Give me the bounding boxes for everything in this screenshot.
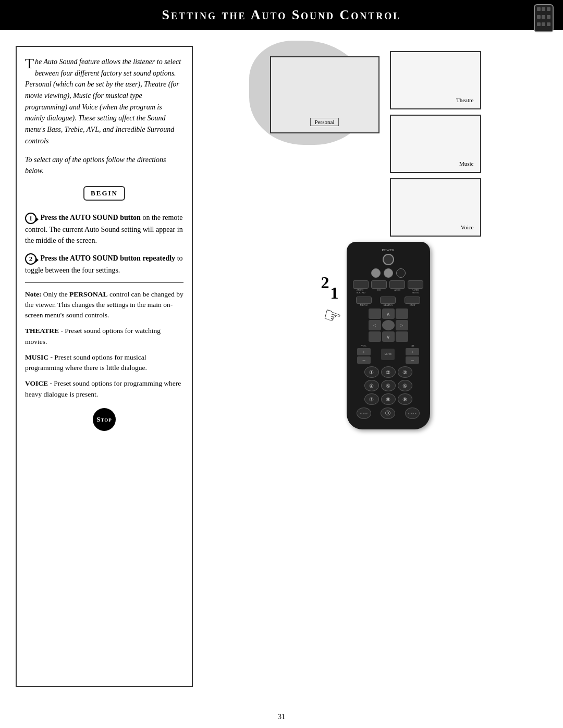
instructions-panel: The Auto Sound feature allows the listen… bbox=[16, 46, 193, 687]
sleep-btn-area: SLEEP bbox=[357, 408, 371, 419]
header-dot bbox=[547, 7, 550, 11]
num-1-button[interactable]: ① bbox=[364, 366, 379, 378]
color-buttons-row bbox=[352, 268, 425, 278]
func-btn-4: AUTOPROG bbox=[408, 280, 423, 294]
intro-text: The Auto Sound feature allows the listen… bbox=[25, 56, 183, 147]
voice-screen: Voice bbox=[390, 178, 481, 237]
gray-btn-2[interactable] bbox=[384, 268, 393, 278]
nav-down-button[interactable]: ∨ bbox=[382, 331, 395, 342]
nav-empty-bl bbox=[369, 331, 381, 342]
step-2: 2 Press the AUTO SOUND button repeatedly… bbox=[25, 253, 183, 276]
personal-screen-area: Personal bbox=[270, 56, 380, 133]
step-1: 1 Press the AUTO SOUND button on the rem… bbox=[25, 212, 183, 246]
ch-plus-button[interactable]: + bbox=[406, 348, 419, 355]
personal-screen: Personal bbox=[270, 56, 380, 133]
exit-btn: EXIT bbox=[405, 297, 420, 306]
step-1-number: 1 bbox=[25, 213, 36, 224]
num-6-button[interactable]: ⑥ bbox=[398, 380, 412, 391]
music-screen-label: Music bbox=[459, 161, 474, 167]
nav-empty-tl bbox=[369, 309, 381, 319]
step-1-overlay: 1 bbox=[331, 283, 339, 303]
music-label: MUSIC bbox=[25, 353, 48, 361]
stop-badge: Stop bbox=[93, 408, 116, 431]
header-dot bbox=[542, 7, 545, 11]
num-5-button[interactable]: ⑤ bbox=[381, 380, 396, 391]
theatre-screen: Theatre bbox=[390, 51, 481, 109]
nav-empty-br bbox=[396, 331, 408, 342]
nav-center-button[interactable] bbox=[382, 320, 395, 330]
step-1-text: Press the AUTO SOUND button on the remot… bbox=[25, 214, 183, 244]
ch-group: CH + − bbox=[406, 344, 419, 364]
menu-btn: MENU bbox=[356, 297, 372, 306]
page-title: Setting the Auto Sound Control bbox=[10, 7, 553, 23]
bottom-num-row: SLEEP ⓪ CLOCK bbox=[352, 408, 425, 419]
black-btn-1[interactable] bbox=[396, 268, 406, 278]
status-btn: STATUS bbox=[380, 297, 396, 306]
clock-btn-area: CLOCK bbox=[405, 408, 420, 419]
vol-label: VOL bbox=[361, 344, 366, 347]
step-2-number: 2 bbox=[25, 253, 36, 265]
clock-button[interactable]: CLOCK bbox=[405, 408, 420, 419]
intro-body: he Auto Sound feature allows the listene… bbox=[25, 58, 181, 145]
stop-button-area: Stop bbox=[25, 408, 183, 431]
nav-pad: ∧ < > ∨ bbox=[352, 309, 425, 342]
step-2-overlay: 2 bbox=[321, 273, 329, 292]
header-dot bbox=[537, 15, 541, 19]
num-8-button[interactable]: ⑧ bbox=[381, 393, 396, 405]
header-dot bbox=[537, 22, 541, 26]
mute-group: MUTE bbox=[381, 349, 395, 360]
voice-screen-label: Voice bbox=[461, 224, 474, 230]
vol-minus-button[interactable]: − bbox=[357, 356, 371, 364]
gray-btn-1[interactable] bbox=[371, 268, 381, 278]
step-1-bold: Press the AUTO SOUND button bbox=[41, 214, 141, 221]
theatre-screen-label: Theatre bbox=[456, 97, 474, 103]
directions-text: To select any of the options follow the … bbox=[25, 154, 183, 177]
personal-screen-label: Personal bbox=[310, 118, 339, 126]
page-number: 31 bbox=[0, 708, 563, 726]
ch-label: CH bbox=[411, 344, 414, 347]
mute-button[interactable]: MUTE bbox=[381, 349, 395, 360]
func-btn-3: A/CH bbox=[389, 280, 405, 294]
drop-cap: T bbox=[25, 56, 34, 71]
nav-left-button[interactable]: < bbox=[369, 320, 381, 330]
remote-control: POWER AUTOSOUND bbox=[347, 242, 430, 429]
menu-row: MENU STATUS EXIT bbox=[352, 297, 425, 306]
note-section: Note: Only the PERSONAL control can be c… bbox=[25, 289, 183, 321]
page-header: Setting the Auto Sound Control bbox=[0, 0, 563, 30]
voice-desc: VOICE - Preset sound options for program… bbox=[25, 378, 183, 400]
top-visual-row: Personal Theatre Music Voice bbox=[203, 46, 547, 237]
ch-minus-button[interactable]: − bbox=[406, 356, 419, 364]
header-dot bbox=[547, 22, 550, 26]
hand-pointer-icon: ☞ bbox=[317, 302, 345, 330]
num-3-button[interactable]: ③ bbox=[398, 366, 412, 378]
header-dot bbox=[542, 22, 545, 26]
num-2-button[interactable]: ② bbox=[381, 366, 396, 378]
step-2-text: Press the AUTO SOUND button repeatedly t… bbox=[25, 254, 183, 274]
num-7-button[interactable]: ⑦ bbox=[364, 393, 379, 405]
personal-label: PERSONAL bbox=[69, 290, 108, 298]
power-label: POWER bbox=[352, 248, 425, 252]
right-screens: Theatre Music Voice bbox=[390, 46, 481, 237]
step-2-bold: Press the AUTO SOUND button repeatedly bbox=[41, 254, 176, 262]
vol-plus-button[interactable]: + bbox=[357, 348, 371, 355]
visual-area: Personal Theatre Music Voice bbox=[203, 46, 547, 687]
nav-empty-tr bbox=[396, 309, 408, 319]
header-dot bbox=[542, 15, 545, 19]
vol-mute-ch-row: VOL + − MUTE CH + − bbox=[352, 344, 425, 364]
num-0-button[interactable]: ⓪ bbox=[381, 408, 395, 419]
begin-badge: BEGIN bbox=[83, 186, 125, 201]
sleep-button[interactable]: SLEEP bbox=[357, 408, 371, 419]
music-desc: MUSIC - Preset sound options for musical… bbox=[25, 352, 183, 374]
vol-group: VOL + − bbox=[357, 344, 371, 364]
nav-right-button[interactable]: > bbox=[396, 320, 408, 330]
func-buttons-row: AUTOSOUND CC A/CH AUTOPROG bbox=[352, 280, 425, 294]
num-4-button[interactable]: ④ bbox=[364, 380, 379, 391]
func-btn-2: CC bbox=[371, 280, 387, 294]
divider bbox=[25, 282, 183, 283]
header-dot bbox=[547, 15, 550, 19]
music-screen: Music bbox=[390, 115, 481, 173]
num-9-button[interactable]: ⑨ bbox=[398, 393, 412, 405]
power-button[interactable] bbox=[383, 254, 394, 265]
nav-up-button[interactable]: ∧ bbox=[382, 309, 395, 319]
remote-area: 2 1 ☞ POWER bbox=[203, 242, 547, 429]
